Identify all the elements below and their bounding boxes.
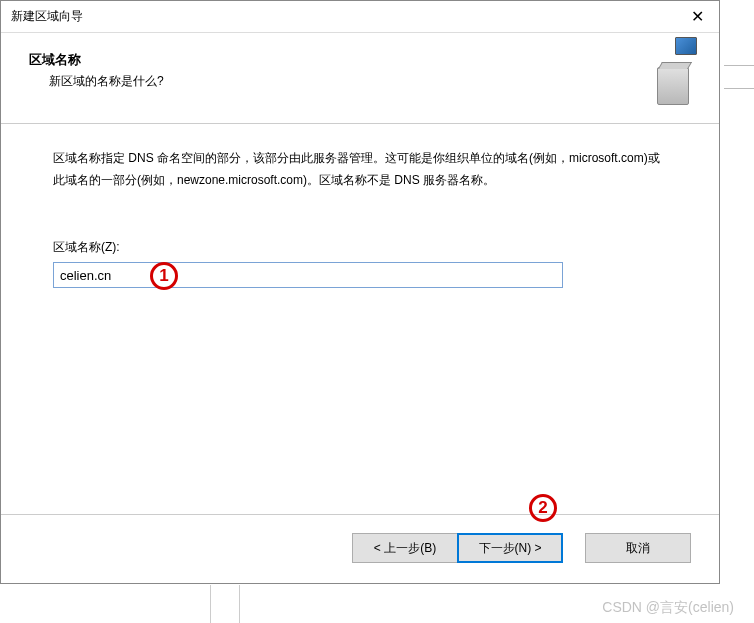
- wizard-header: 区域名称 新区域的名称是什么?: [1, 33, 719, 124]
- new-zone-wizard-dialog: 新建区域向导 ✕ 区域名称 新区域的名称是什么? 区域名称指定 DNS 命名空间…: [0, 0, 720, 584]
- close-button[interactable]: ✕: [675, 2, 719, 32]
- next-button[interactable]: 下一步(N) >: [457, 533, 563, 563]
- page-subtitle: 新区域的名称是什么?: [49, 73, 164, 90]
- back-button[interactable]: < 上一步(B): [352, 533, 458, 563]
- titlebar[interactable]: 新建区域向导 ✕: [1, 1, 719, 33]
- decoration-stub: [210, 585, 240, 623]
- server-icon: [653, 49, 695, 107]
- description-text: 区域名称指定 DNS 命名空间的部分，该部分由此服务器管理。这可能是你组织单位的…: [53, 148, 667, 191]
- watermark: CSDN @言安(celien): [602, 599, 734, 617]
- header-text: 区域名称 新区域的名称是什么?: [29, 49, 164, 90]
- titlebar-title: 新建区域向导: [11, 8, 83, 25]
- annotation-badge-2: 2: [529, 494, 557, 522]
- button-bar: < 上一步(B) 下一步(N) > 取消: [1, 514, 719, 583]
- zone-name-input[interactable]: [53, 262, 563, 288]
- decoration-line: [724, 65, 754, 89]
- cancel-button[interactable]: 取消: [585, 533, 691, 563]
- page-title: 区域名称: [29, 51, 164, 69]
- wizard-content: 区域名称指定 DNS 命名空间的部分，该部分由此服务器管理。这可能是你组织单位的…: [1, 124, 719, 514]
- zone-name-label: 区域名称(Z):: [53, 239, 667, 256]
- close-icon: ✕: [691, 7, 704, 26]
- annotation-badge-1: 1: [150, 262, 178, 290]
